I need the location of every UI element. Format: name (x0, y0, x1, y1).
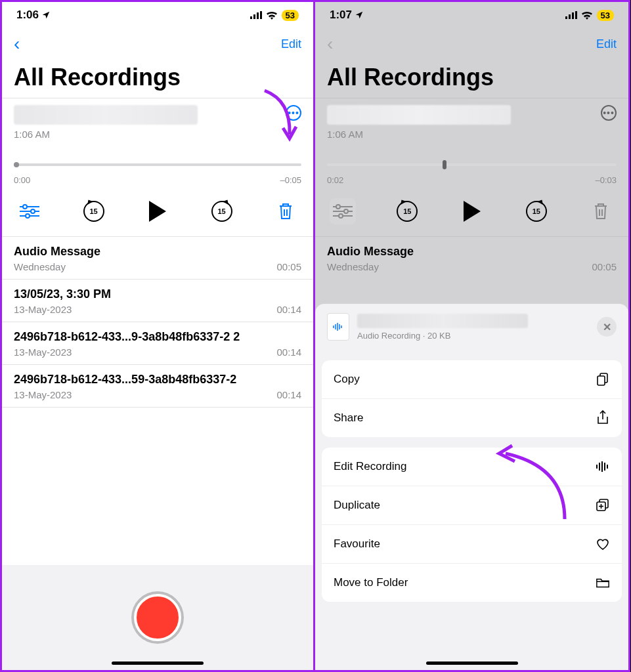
cellular-icon (250, 11, 262, 19)
home-indicator[interactable] (426, 662, 518, 665)
menu-copy[interactable]: Copy (322, 360, 622, 398)
wifi-icon (266, 11, 278, 20)
svg-rect-13 (575, 11, 577, 19)
folder-icon (596, 576, 610, 590)
svg-rect-10 (565, 16, 567, 19)
copy-icon (596, 372, 610, 387)
phone-left: 1:06 53 ‹ Edit All Recordings 1:06 AM ••… (0, 0, 315, 672)
svg-rect-2 (257, 12, 259, 19)
more-button[interactable]: ••• (601, 105, 617, 121)
delete-button[interactable] (272, 198, 299, 224)
heart-icon (596, 537, 610, 551)
list-item[interactable]: Audio Message Wednesday00:05 (2, 236, 313, 279)
play-button[interactable] (144, 198, 171, 224)
status-time: 1:07 (330, 9, 352, 22)
edit-button[interactable]: Edit (596, 37, 617, 51)
recording-timestamp: 1:06 AM (327, 129, 511, 140)
battery-indicator: 53 (282, 10, 299, 21)
list-item[interactable]: 2496b718-b612-433...9-3a8b48fb6337-2 2 1… (2, 322, 313, 364)
record-bar (2, 565, 313, 670)
svg-rect-0 (250, 16, 252, 19)
skip-back-button[interactable]: 15 (81, 198, 107, 224)
svg-point-9 (26, 214, 30, 218)
recordings-list: Audio Message Wednesday00:05 13/05/23, 3… (2, 236, 313, 408)
recording-timestamp: 1:06 AM (14, 129, 198, 140)
sheet-subtitle: Audio Recording · 20 KB (357, 331, 589, 341)
status-time: 1:06 (16, 9, 39, 22)
action-sheet: Audio Recording · 20 KB ✕ Copy Share Edi… (315, 304, 628, 670)
play-button[interactable] (459, 198, 485, 224)
location-icon (41, 10, 51, 20)
scrubber[interactable] (14, 158, 301, 171)
duplicate-icon (596, 498, 610, 513)
list-item[interactable]: Audio Message Wednesday00:05 (315, 236, 628, 279)
status-bar: 1:06 53 (2, 2, 313, 28)
menu-duplicate[interactable]: Duplicate (322, 486, 622, 524)
scrub-remaining: –0:05 (280, 175, 301, 185)
scrub-remaining: –0:03 (595, 175, 617, 185)
battery-indicator: 53 (597, 10, 614, 21)
list-item[interactable]: 2496b718-b612-433...59-3a8b48fb6337-2 13… (2, 364, 313, 408)
skip-back-button[interactable]: 15 (394, 198, 420, 224)
active-recording: 1:06 AM ••• 0:00 –0:05 15 15 (2, 98, 313, 236)
recording-name-redacted (14, 105, 198, 125)
svg-rect-1 (253, 14, 255, 19)
back-button[interactable]: ‹ (327, 33, 333, 54)
svg-point-17 (344, 209, 348, 213)
record-button[interactable] (134, 594, 181, 641)
cellular-icon (565, 11, 577, 19)
page-title: All Recordings (2, 57, 313, 98)
close-button[interactable]: ✕ (597, 317, 617, 337)
svg-point-5 (23, 205, 27, 209)
svg-point-19 (339, 214, 343, 218)
page-title: All Recordings (315, 57, 628, 98)
menu-favourite[interactable]: Favourite (322, 524, 622, 563)
svg-point-7 (31, 209, 35, 213)
scrubber[interactable] (327, 158, 617, 171)
menu-group-1: Copy Share (322, 360, 622, 437)
menu-move-folder[interactable]: Move to Folder (322, 563, 622, 602)
nav-bar: ‹ Edit (2, 28, 313, 57)
svg-rect-3 (260, 11, 262, 19)
menu-share[interactable]: Share (322, 398, 622, 437)
waveform-icon (596, 459, 610, 474)
delete-button[interactable] (588, 198, 614, 224)
status-bar: 1:07 53 (315, 2, 628, 28)
file-icon (327, 313, 349, 341)
skip-forward-button[interactable]: 15 (523, 198, 550, 224)
scrub-position: 0:02 (327, 175, 343, 185)
menu-group-2: Edit Recording Duplicate Favourite Move … (322, 448, 622, 602)
sheet-title-redacted (357, 314, 528, 328)
scrub-position: 0:00 (14, 175, 30, 185)
svg-rect-11 (569, 14, 571, 19)
svg-rect-12 (572, 12, 574, 19)
location-icon (355, 10, 364, 20)
list-item[interactable]: 13/05/23, 3:30 PM 13-May-202300:14 (2, 279, 313, 322)
more-button[interactable]: ••• (286, 105, 301, 121)
active-recording: 1:06 AM ••• 0:02 –0:03 15 15 (315, 98, 628, 236)
back-button[interactable]: ‹ (14, 33, 20, 54)
wifi-icon (581, 11, 593, 20)
home-indicator[interactable] (112, 662, 204, 665)
options-icon[interactable] (330, 198, 356, 224)
svg-point-15 (336, 205, 340, 209)
nav-bar: ‹ Edit (315, 28, 628, 57)
recording-name-redacted (327, 105, 511, 125)
share-icon (596, 411, 610, 425)
phone-right: 1:07 53 ‹ Edit All Recordings 1:06 AM ••… (315, 0, 630, 672)
edit-button[interactable]: Edit (281, 37, 301, 51)
options-icon[interactable] (16, 198, 43, 224)
menu-edit-recording[interactable]: Edit Recording (322, 448, 622, 486)
skip-forward-button[interactable]: 15 (209, 198, 235, 224)
svg-rect-26 (598, 376, 605, 385)
